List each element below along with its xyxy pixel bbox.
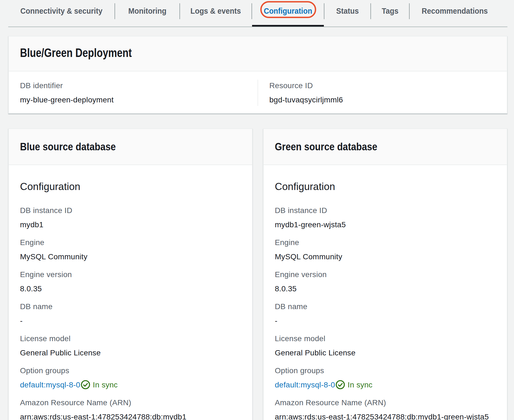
card-header: Green source database <box>264 129 507 165</box>
field-label: Engine version <box>275 269 496 281</box>
page-content: Connectivity & security Monitoring Logs … <box>8 0 507 420</box>
engine-version-field: Engine version 8.0.35 <box>275 269 496 295</box>
field-label: DB name <box>20 301 241 313</box>
field-label: DB instance ID <box>20 205 241 217</box>
field-label: DB name <box>275 301 496 313</box>
tab-label: Recommendations <box>422 5 488 17</box>
option-group-link[interactable]: default:mysql-8-0 <box>20 381 80 389</box>
field-label: Amazon Resource Name (ARN) <box>275 397 496 409</box>
configuration-section-heading: Configuration <box>20 180 241 193</box>
blue-source-database-card: Blue source database Configuration DB in… <box>8 128 253 420</box>
field-label: Amazon Resource Name (ARN) <box>20 397 241 409</box>
field-value: bgd-tuvaqsycirljmml6 <box>269 94 496 106</box>
resource-id-field: Resource ID bgd-tuvaqsycirljmml6 <box>269 80 496 106</box>
field-label: Engine version <box>20 269 241 281</box>
field-value: General Public License <box>20 347 241 359</box>
db-instance-id-field: DB instance ID mydb1 <box>20 205 241 231</box>
card-header: Blue source database <box>9 129 252 165</box>
tab-tags[interactable]: Tags <box>371 0 409 27</box>
license-model-field: License model General Public License <box>275 333 496 359</box>
tab-label: Monitoring <box>128 5 166 17</box>
field-value: default:mysql-8-0In sync <box>275 379 496 391</box>
field-value: mydb1 <box>20 219 241 231</box>
license-model-field: License model General Public License <box>20 333 241 359</box>
tab-connectivity-security[interactable]: Connectivity & security <box>8 0 115 27</box>
field-value: MySQL Community <box>20 251 241 263</box>
field-value: arn:aws:rds:us-east-1:478253424788:db:my… <box>20 411 241 420</box>
card-body: Configuration DB instance ID mydb1 Engin… <box>9 165 252 420</box>
deployment-panel-body: DB identifier my-blue-green-deployment R… <box>9 71 507 113</box>
arn-field: Amazon Resource Name (ARN) arn:aws:rds:u… <box>275 397 496 420</box>
source-database-cards: Blue source database Configuration DB in… <box>8 128 507 420</box>
field-label: DB instance ID <box>275 205 496 217</box>
field-label: Engine <box>20 237 241 249</box>
field-value: General Public License <box>275 347 496 359</box>
db-instance-id-field: DB instance ID mydb1-green-wjsta5 <box>275 205 496 231</box>
tab-monitoring[interactable]: Monitoring <box>115 0 179 27</box>
field-label: License model <box>20 333 241 345</box>
arn-field: Amazon Resource Name (ARN) arn:aws:rds:u… <box>20 397 241 420</box>
check-circle-icon <box>336 380 345 389</box>
field-label: Resource ID <box>269 80 496 92</box>
field-label: Option groups <box>20 365 241 377</box>
field-value: - <box>275 315 496 327</box>
engine-version-field: Engine version 8.0.35 <box>20 269 241 295</box>
tab-label: Configuration <box>264 5 312 17</box>
tab-recommendations[interactable]: Recommendations <box>410 0 500 27</box>
field-value: mydb1-green-wjsta5 <box>275 219 496 231</box>
tab-label: Connectivity & security <box>20 5 102 17</box>
kv-column: Resource ID bgd-tuvaqsycirljmml6 <box>258 80 507 106</box>
option-groups-field: Option groups default:mysql-8-0In sync <box>20 365 241 391</box>
card-body: Configuration DB instance ID mydb1-green… <box>264 165 507 420</box>
tab-status[interactable]: Status <box>324 0 370 27</box>
tab-configuration[interactable]: Configuration <box>252 0 324 27</box>
field-value: arn:aws:rds:us-east-1:478253424788:db:my… <box>275 411 496 420</box>
option-group-sync-status: In sync <box>348 381 373 389</box>
engine-field: Engine MySQL Community <box>275 237 496 263</box>
field-value: 8.0.35 <box>20 283 241 295</box>
tab-label: Status <box>336 5 359 17</box>
db-name-field: DB name - <box>275 301 496 327</box>
detail-tabs: Connectivity & security Monitoring Logs … <box>8 0 507 27</box>
field-value: my-blue-green-deployment <box>20 94 246 106</box>
field-label: License model <box>275 333 496 345</box>
field-value: - <box>20 315 241 327</box>
db-name-field: DB name - <box>20 301 241 327</box>
tab-logs-events[interactable]: Logs & events <box>180 0 252 27</box>
deployment-panel: Blue/Green Deployment DB identifier my-b… <box>8 36 507 114</box>
check-circle-icon <box>81 380 90 389</box>
configuration-section-heading: Configuration <box>275 180 496 193</box>
field-value: default:mysql-8-0In sync <box>20 379 241 391</box>
option-group-sync-status: In sync <box>93 381 118 389</box>
field-value: MySQL Community <box>275 251 496 263</box>
option-groups-field: Option groups default:mysql-8-0In sync <box>275 365 496 391</box>
tab-label: Tags <box>382 5 398 17</box>
green-card-title: Green source database <box>275 140 471 153</box>
option-group-link[interactable]: default:mysql-8-0 <box>275 381 335 389</box>
kv-column: DB identifier my-blue-green-deployment <box>9 80 258 106</box>
db-identifier-field: DB identifier my-blue-green-deployment <box>20 80 246 106</box>
field-label: Engine <box>275 237 496 249</box>
blue-card-title: Blue source database <box>20 140 216 153</box>
deployment-panel-title: Blue/Green Deployment <box>20 46 401 60</box>
field-value: 8.0.35 <box>275 283 496 295</box>
tab-label: Logs & events <box>190 5 241 17</box>
field-label: DB identifier <box>20 80 246 92</box>
deployment-panel-header: Blue/Green Deployment <box>9 36 507 71</box>
green-source-database-card: Green source database Configuration DB i… <box>263 128 507 420</box>
field-label: Option groups <box>275 365 496 377</box>
engine-field: Engine MySQL Community <box>20 237 241 263</box>
